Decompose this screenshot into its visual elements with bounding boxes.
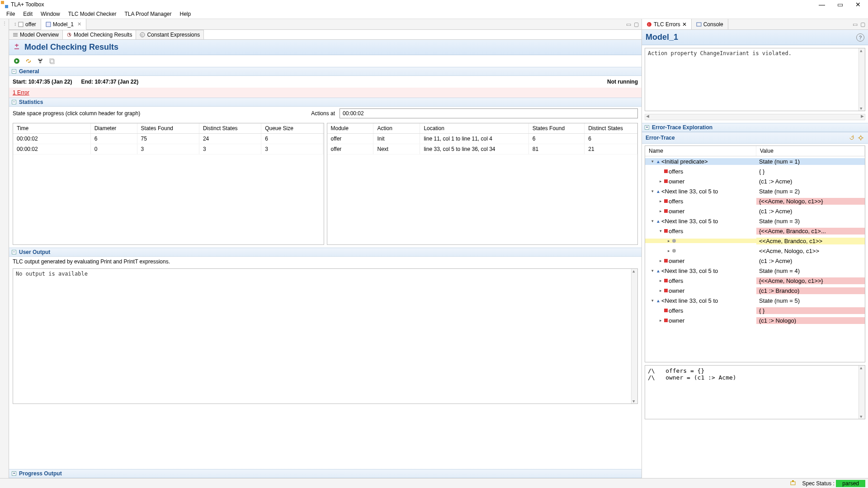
trace-col-value[interactable]: Value [756,146,865,156]
subtab-results[interactable]: Model Checking Results [63,30,136,39]
trace-row[interactable]: offers{ } [645,166,865,176]
menu-tlc[interactable]: TLC Model Checker [65,10,120,18]
state-detail-box[interactable]: /\ offers = {} /\ owner = (c1 :> Acme) [645,365,865,419]
section-user-output[interactable]: − User Output [9,248,642,257]
window-close-button[interactable]: ✕ [849,0,867,9]
trace-row[interactable]: ▸ owner(c1 :> Nologo) [645,315,865,325]
trace-tree[interactable]: Name Value ▾▲ <Initial predicate>State (… [645,145,865,362]
chevron-right-icon[interactable]: ▸ [658,258,663,263]
menu-proof[interactable]: TLA Proof Manager [121,10,175,18]
close-icon[interactable]: ✕ [682,21,687,28]
tab-console[interactable]: Console [692,19,728,29]
collapse-icon[interactable]: − [12,250,16,254]
trace-row[interactable]: ▸ <<Acme, Nologo, c1>> [645,246,865,256]
help-button[interactable]: ? [856,33,864,42]
col-header[interactable]: Module [327,123,374,133]
section-statistics[interactable]: − Statistics [9,98,642,107]
trace-row[interactable]: ▸ owner(c1 :> Acme) [645,256,865,266]
chevron-right-icon[interactable]: ▸ [658,179,663,183]
col-header[interactable]: States Found [137,123,199,133]
chevron-down-icon[interactable]: ▾ [650,219,655,223]
chevron-right-icon[interactable]: ▸ [658,288,663,293]
scrollbar[interactable] [631,269,637,404]
trace-value: State (num = 5) [756,297,865,304]
collapse-icon[interactable]: − [12,100,16,104]
section-general[interactable]: − General [9,67,642,76]
run-button[interactable] [13,57,21,65]
minimize-view-icon[interactable]: ▭ [853,21,858,28]
section-progress-output[interactable]: + Progress Output [9,469,642,478]
link-button[interactable] [24,57,33,65]
scrollbar[interactable] [859,48,865,111]
trace-row[interactable]: ▸ owner(c1 :> Brandco) [645,286,865,296]
trace-row[interactable]: ▸ <<Acme, Brandco, c1>> [645,236,865,246]
col-header[interactable]: Time [13,123,91,133]
trace-row[interactable]: ▾▲ <Initial predicate>State (num = 1) [645,156,865,166]
trace-row[interactable]: offers{ } [645,305,865,315]
section-trace-exploration[interactable]: + Error-Trace Exploration [642,123,868,132]
table-row[interactable]: offerNextline 33, col 5 to line 36, col … [327,144,638,155]
trace-tool-1[interactable] [848,134,855,141]
col-header[interactable]: Distinct States [585,123,637,133]
window-maximize-button[interactable]: ▭ [831,0,849,9]
menu-window[interactable]: Window [37,10,64,18]
chevron-right-icon[interactable]: ▸ [658,318,663,323]
actions-at-input[interactable] [340,108,638,118]
trace-row[interactable]: ▸ offers{<<Acme, Nologo, c1>>} [645,196,865,206]
col-header[interactable]: Distinct States [199,123,261,133]
chevron-down-icon[interactable]: ▾ [658,229,663,233]
menu-edit[interactable]: Edit [19,10,36,18]
col-header[interactable]: Diameter [91,123,137,133]
chevron-down-icon[interactable]: ▾ [650,268,655,273]
status-icon[interactable] [790,480,797,487]
menu-help[interactable]: Help [176,10,195,18]
scrollbar[interactable] [859,366,865,419]
trace-tool-2[interactable] [857,134,864,141]
maximize-view-icon[interactable]: ▢ [634,21,639,28]
trace-row[interactable]: ▾▲ <Next line 33, col 5 toState (num = 2… [645,186,865,196]
collapse-icon[interactable]: − [12,69,16,74]
expand-icon[interactable]: + [12,471,16,476]
col-header[interactable]: Location [420,123,528,133]
tab-model1[interactable]: Model_1 ✕ [41,19,86,30]
chevron-down-icon[interactable]: ▾ [650,298,655,303]
close-icon[interactable]: ✕ [77,21,81,27]
chevron-right-icon[interactable]: ▸ [658,278,663,283]
minimize-view-icon[interactable]: ▭ [626,21,631,28]
trace-row[interactable]: ▾▲ <Next line 33, col 5 toState (num = 3… [645,216,865,226]
horizontal-scrollbar[interactable] [645,114,865,120]
error-link[interactable]: 1 Error [13,89,29,96]
chevron-down-icon[interactable]: ▾ [650,159,655,164]
col-header[interactable]: Action [373,123,420,133]
subtab-const[interactable]: C Constant Expressions [136,30,204,39]
trace-col-name[interactable]: Name [645,146,756,156]
window-minimize-button[interactable]: — [813,0,831,9]
table-row[interactable]: offerInitline 11, col 1 to line 11, col … [327,134,638,144]
error-message-box[interactable]: Action property ChangeInvariant is viola… [645,48,865,111]
maximize-view-icon[interactable]: ▢ [860,21,865,28]
table-row[interactable]: 00:00:020333 [13,144,324,155]
copy-button[interactable] [48,57,56,65]
tab-offer[interactable]: ⟟ offer [9,19,41,29]
trace-row[interactable]: ▾▲ <Next line 33, col 5 toState (num = 5… [645,296,865,305]
col-header[interactable]: Queue Size [261,123,323,133]
trace-row[interactable]: ▸ offers{<<Acme, Nologo, c1>>} [645,276,865,286]
user-output-box[interactable]: No output is available [13,268,638,404]
chevron-right-icon[interactable]: ▸ [666,249,671,253]
trace-row[interactable]: ▸ owner(c1 :> Acme) [645,206,865,216]
menu-file[interactable]: File [3,10,19,18]
trace-row[interactable]: ▾ offers{<<Acme, Brandco, c1>... [645,226,865,236]
tab-tlc-errors[interactable]: ! TLC Errors ✕ [642,19,692,29]
col-header[interactable]: States Found [529,123,585,133]
tree-button[interactable] [36,57,44,65]
subtab-overview[interactable]: Model Overview [9,30,63,39]
chevron-right-icon[interactable]: ▸ [658,199,663,203]
trace-row[interactable]: ▸ owner(c1 :> Acme) [645,176,865,186]
trace-row[interactable]: ▾▲ <Next line 33, col 5 toState (num = 4… [645,266,865,276]
expand-icon[interactable]: + [645,125,649,130]
chevron-down-icon[interactable]: ▾ [650,189,655,193]
spec-explorer-gutter[interactable]: ⋮ [0,19,9,478]
table-row[interactable]: 00:00:02675246 [13,134,324,144]
chevron-right-icon[interactable]: ▸ [666,239,671,243]
chevron-right-icon[interactable]: ▸ [658,209,663,213]
